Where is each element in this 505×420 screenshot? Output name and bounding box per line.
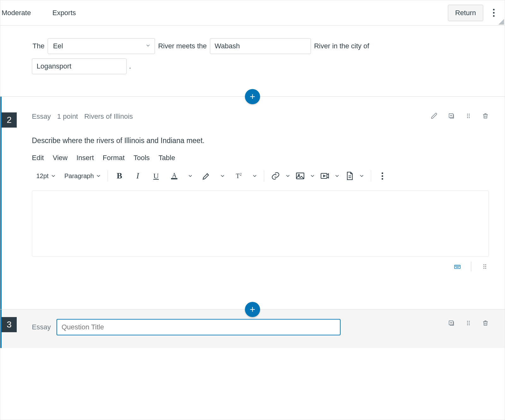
delete-trash-icon[interactable] bbox=[481, 112, 490, 120]
chevron-down-icon[interactable] bbox=[359, 173, 365, 179]
chevron-down-icon[interactable] bbox=[285, 173, 291, 179]
return-button[interactable]: Return bbox=[448, 5, 483, 21]
blank-1-value: Eel bbox=[53, 42, 63, 50]
svg-point-36 bbox=[467, 324, 468, 325]
rce-menu-view[interactable]: View bbox=[53, 154, 68, 162]
svg-point-3 bbox=[467, 114, 468, 115]
question-title-input[interactable]: Question Title bbox=[56, 319, 341, 335]
svg-point-5 bbox=[467, 116, 468, 117]
svg-marker-14 bbox=[324, 175, 325, 177]
svg-point-28 bbox=[485, 268, 486, 269]
blank-2-value: Wabash bbox=[215, 42, 240, 50]
svg-point-32 bbox=[467, 321, 468, 322]
add-question-button[interactable]: + bbox=[245, 89, 260, 104]
rce-toolbar: 12pt Paragraph B I U A bbox=[32, 168, 489, 183]
divider bbox=[471, 262, 471, 271]
question-bank-label: Rivers of Illinois bbox=[84, 112, 133, 121]
rce-document-icon[interactable] bbox=[344, 171, 354, 181]
question-2-actions bbox=[430, 112, 490, 120]
svg-point-23 bbox=[484, 264, 484, 265]
svg-rect-17 bbox=[454, 265, 460, 268]
svg-point-34 bbox=[467, 323, 468, 324]
rce-italic-icon[interactable]: I bbox=[133, 171, 143, 181]
blank-3-value: Logansport bbox=[37, 62, 71, 70]
active-indicator bbox=[0, 97, 2, 309]
drag-handle-icon[interactable] bbox=[464, 112, 472, 120]
svg-point-33 bbox=[469, 321, 470, 322]
svg-point-25 bbox=[484, 266, 484, 267]
top-bar: Moderate Exports Return bbox=[0, 0, 505, 26]
chevron-down-icon[interactable] bbox=[310, 173, 315, 179]
rce-text-color-icon[interactable]: A bbox=[169, 171, 179, 181]
rce-menu-format[interactable]: Format bbox=[103, 154, 125, 162]
sentence-text: River meets the bbox=[157, 40, 207, 52]
question-type-label: Essay bbox=[32, 323, 51, 331]
rce-menu-edit[interactable]: Edit bbox=[32, 154, 44, 162]
svg-point-6 bbox=[469, 116, 470, 117]
question-number-badge: 2 bbox=[2, 112, 17, 128]
svg-point-24 bbox=[485, 264, 486, 265]
blank-3-input[interactable]: Logansport bbox=[32, 58, 127, 74]
resize-handle-icon bbox=[498, 19, 504, 25]
drag-handle-icon[interactable] bbox=[464, 319, 472, 327]
question-1-section: The Eel River meets the Wabash River in … bbox=[0, 26, 505, 97]
svg-point-37 bbox=[469, 324, 470, 325]
chevron-down-icon[interactable] bbox=[187, 173, 193, 179]
svg-point-4 bbox=[469, 114, 470, 115]
question-prompt: Describe where the rivers of Illinois an… bbox=[32, 136, 489, 145]
nav-exports[interactable]: Exports bbox=[51, 9, 77, 17]
svg-point-27 bbox=[484, 268, 484, 269]
svg-point-8 bbox=[469, 117, 470, 118]
rce-superscript-icon[interactable]: T2 bbox=[234, 171, 244, 181]
rce-image-icon[interactable] bbox=[295, 171, 305, 181]
delete-trash-icon[interactable] bbox=[481, 319, 490, 327]
svg-point-7 bbox=[467, 117, 468, 118]
chevron-down-icon[interactable] bbox=[334, 173, 340, 179]
svg-point-35 bbox=[469, 323, 470, 324]
rce-textarea[interactable] bbox=[32, 190, 489, 257]
rce-block-dropdown[interactable]: Paragraph bbox=[64, 172, 101, 180]
chevron-down-icon[interactable] bbox=[220, 173, 225, 179]
nav-moderate[interactable]: Moderate bbox=[0, 9, 32, 17]
rce-status-drag-icon[interactable] bbox=[481, 262, 489, 271]
rce-bold-icon[interactable]: B bbox=[114, 171, 124, 181]
page-options-icon[interactable] bbox=[489, 7, 498, 19]
question-2-section: 2 + Essay 1 point Rivers of Ill bbox=[0, 97, 505, 309]
question-number-badge: 3 bbox=[2, 317, 17, 332]
keyboard-icon[interactable] bbox=[453, 262, 461, 271]
question-3-section: 3 + Essay Question Title bbox=[0, 309, 505, 348]
add-question-button[interactable]: + bbox=[245, 302, 260, 317]
question-points-label: 1 point bbox=[57, 112, 78, 121]
sentence-text: . bbox=[128, 60, 132, 72]
rce-more-icon[interactable] bbox=[377, 171, 387, 180]
svg-point-18 bbox=[455, 266, 456, 266]
sentence-text: The bbox=[32, 40, 45, 52]
rce-underline-icon[interactable]: U bbox=[151, 171, 161, 181]
chevron-down-icon bbox=[145, 42, 151, 50]
rce-menubar: Edit View Insert Format Tools Table bbox=[32, 154, 489, 162]
blank-2-input[interactable]: Wabash bbox=[210, 38, 311, 54]
edit-pencil-icon[interactable] bbox=[430, 112, 438, 120]
rce-fontsize-dropdown[interactable]: 12pt bbox=[36, 172, 56, 180]
svg-point-19 bbox=[456, 266, 457, 266]
rce-link-icon[interactable] bbox=[270, 171, 281, 181]
add-to-bank-icon[interactable] bbox=[447, 112, 455, 120]
rce-highlight-icon[interactable] bbox=[201, 171, 211, 181]
rce-menu-tools[interactable]: Tools bbox=[134, 154, 150, 162]
svg-point-20 bbox=[458, 266, 458, 266]
fill-in-blank-sentence: The Eel River meets the Wabash River in … bbox=[32, 38, 489, 54]
blank-1-dropdown[interactable]: Eel bbox=[48, 38, 155, 54]
svg-point-26 bbox=[485, 266, 486, 267]
chevron-down-icon[interactable] bbox=[252, 173, 258, 179]
rce-menu-insert[interactable]: Insert bbox=[76, 154, 94, 162]
question-2-meta: Essay 1 point Rivers of Illinois bbox=[32, 112, 489, 121]
rce-statusbar bbox=[32, 262, 489, 271]
add-to-bank-icon[interactable] bbox=[447, 319, 455, 327]
question-type-label: Essay bbox=[32, 112, 51, 121]
question-3-actions bbox=[447, 319, 490, 327]
svg-rect-13 bbox=[321, 173, 327, 178]
rce-media-icon[interactable] bbox=[320, 171, 330, 181]
rce-menu-table[interactable]: Table bbox=[158, 154, 175, 162]
svg-point-21 bbox=[459, 266, 459, 266]
sentence-text: River in the city of bbox=[313, 40, 370, 52]
